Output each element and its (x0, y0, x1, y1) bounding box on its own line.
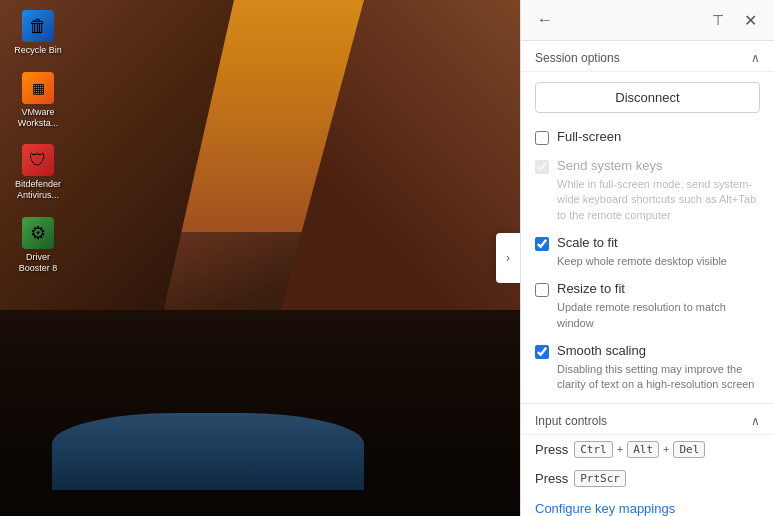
scale-to-fit-content: Scale to fit Keep whole remote desktop v… (557, 235, 727, 269)
bitdefender-label: Bitdefender Antivirus... (10, 179, 66, 201)
full-screen-option: Full-screen (521, 123, 774, 152)
plus-2: + (663, 443, 669, 455)
prtscr-key-badge: PrtScr (574, 470, 626, 487)
send-system-keys-desc: While in full-screen mode, send system-w… (557, 177, 760, 223)
close-icon: ✕ (744, 11, 757, 30)
full-screen-checkbox[interactable] (535, 131, 549, 145)
side-panel: ← ⊤ ✕ Session options ∧ Disconnect Full-… (520, 0, 774, 516)
panel-header: ← ⊤ ✕ (521, 0, 774, 41)
send-system-keys-checkbox[interactable] (535, 160, 549, 174)
alt-key-badge: Alt (627, 441, 659, 458)
close-button[interactable]: ✕ (738, 8, 762, 32)
scale-to-fit-checkbox[interactable] (535, 237, 549, 251)
desktop-icon-vmware[interactable]: ▦ VMware Worksta... (10, 72, 66, 129)
press-ctrl-label: Press (535, 442, 568, 457)
pin-button[interactable]: ⊤ (706, 8, 730, 32)
smooth-scaling-checkbox[interactable] (535, 345, 549, 359)
recycle-bin-icon: 🗑 (22, 10, 54, 42)
smooth-scaling-row: Smooth scaling Disabling this setting ma… (535, 343, 760, 393)
recycle-bin-label: Recycle Bin (14, 45, 62, 56)
full-screen-content: Full-screen (557, 129, 621, 146)
press-ctrl-alt-del-row[interactable]: Press Ctrl + Alt + Del (521, 435, 774, 464)
driver-booster-icon: ⚙ (22, 217, 54, 249)
panel-header-left: ← (533, 8, 557, 32)
smooth-scaling-desc: Disabling this setting may improve the c… (557, 362, 760, 393)
resize-to-fit-checkbox[interactable] (535, 283, 549, 297)
remote-desktop: 🗑 Recycle Bin ▦ VMware Worksta... 🛡 Bitd… (0, 0, 520, 516)
send-system-keys-label: Send system keys (557, 158, 663, 173)
driver-booster-label: Driver Booster 8 (10, 252, 66, 274)
collapse-chevron-icon: › (506, 251, 510, 265)
vmware-label: VMware Worksta... (10, 107, 66, 129)
desktop-icons: 🗑 Recycle Bin ▦ VMware Worksta... 🛡 Bitd… (10, 10, 66, 274)
bitdefender-icon: 🛡 (22, 144, 54, 176)
resize-to-fit-desc: Update remote resolution to match window (557, 300, 760, 331)
input-controls-chevron: ∧ (751, 414, 760, 428)
session-options-section-header: Session options ∧ (521, 41, 774, 72)
resize-to-fit-row: Resize to fit Update remote resolution t… (535, 281, 760, 331)
collapse-panel-tab[interactable]: › (496, 233, 520, 283)
press-prtscr-row[interactable]: Press PrtScr (521, 464, 774, 493)
press-prtscr-label: Press (535, 471, 568, 486)
desktop-icon-recycle-bin[interactable]: 🗑 Recycle Bin (10, 10, 66, 56)
pin-icon: ⊤ (712, 12, 724, 28)
disconnect-button[interactable]: Disconnect (535, 82, 760, 113)
river (52, 413, 364, 490)
input-controls-title: Input controls (535, 414, 607, 428)
scale-to-fit-desc: Keep whole remote desktop visible (557, 254, 727, 269)
del-key-badge: Del (673, 441, 705, 458)
vmware-icon: ▦ (22, 72, 54, 104)
resize-to-fit-label[interactable]: Resize to fit (557, 281, 625, 296)
session-options-title: Session options (535, 51, 620, 65)
plus-1: + (617, 443, 623, 455)
back-icon: ← (537, 11, 553, 29)
configure-key-mappings-link[interactable]: Configure key mappings (521, 493, 774, 516)
send-system-keys-row: Send system keys While in full-screen mo… (535, 158, 760, 223)
resize-to-fit-content: Resize to fit Update remote resolution t… (557, 281, 760, 331)
desktop-icon-driver-booster[interactable]: ⚙ Driver Booster 8 (10, 217, 66, 274)
smooth-scaling-option: Smooth scaling Disabling this setting ma… (521, 337, 774, 399)
back-button[interactable]: ← (533, 8, 557, 32)
input-controls-section-header: Input controls ∧ (521, 404, 774, 435)
scale-to-fit-row: Scale to fit Keep whole remote desktop v… (535, 235, 760, 269)
scale-to-fit-label[interactable]: Scale to fit (557, 235, 618, 250)
ctrl-key-badge: Ctrl (574, 441, 613, 458)
send-system-keys-option: Send system keys While in full-screen mo… (521, 152, 774, 229)
full-screen-row: Full-screen (535, 129, 760, 146)
desktop-icon-bitdefender[interactable]: 🛡 Bitdefender Antivirus... (10, 144, 66, 201)
smooth-scaling-content: Smooth scaling Disabling this setting ma… (557, 343, 760, 393)
resize-to-fit-option: Resize to fit Update remote resolution t… (521, 275, 774, 337)
session-options-chevron: ∧ (751, 51, 760, 65)
send-system-keys-content: Send system keys While in full-screen mo… (557, 158, 760, 223)
full-screen-label[interactable]: Full-screen (557, 129, 621, 144)
scale-to-fit-option: Scale to fit Keep whole remote desktop v… (521, 229, 774, 275)
smooth-scaling-label[interactable]: Smooth scaling (557, 343, 646, 358)
